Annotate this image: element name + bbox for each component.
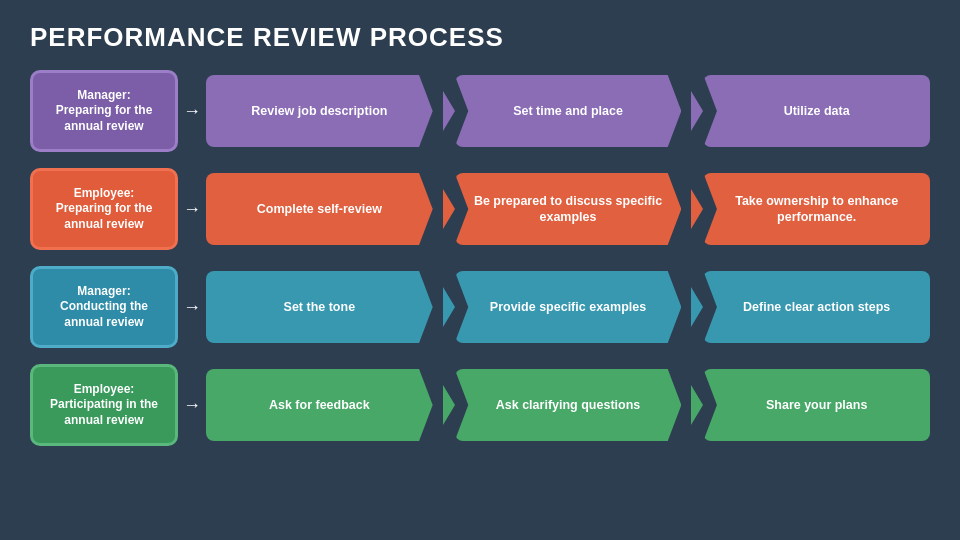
arrow-2: →	[178, 199, 206, 220]
label-box-3: Manager:Conducting the annual review	[30, 266, 178, 348]
step-2-3: Take ownership to enhance performance.	[703, 173, 930, 245]
step-4-1: Ask for feedback	[206, 369, 433, 441]
row-2: Employee:Preparing for the annual review…	[30, 165, 930, 253]
rows-container: Manager:Preparing for the annual review→…	[30, 67, 930, 522]
step-4-3: Share your plans	[703, 369, 930, 441]
label-box-1: Manager:Preparing for the annual review	[30, 70, 178, 152]
row-4: Employee:Participating in the annual rev…	[30, 361, 930, 449]
page-title: PERFORMANCE REVIEW PROCESS	[30, 22, 930, 53]
step-2-2: Be prepared to discuss specific examples	[455, 173, 682, 245]
step-4-2: Ask clarifying questions	[455, 369, 682, 441]
step-1-3: Utilize data	[703, 75, 930, 147]
step-1-1: Review job description	[206, 75, 433, 147]
label-box-2: Employee:Preparing for the annual review	[30, 168, 178, 250]
step-1-2: Set time and place	[455, 75, 682, 147]
label-box-4: Employee:Participating in the annual rev…	[30, 364, 178, 446]
step-3-2: Provide specific examples	[455, 271, 682, 343]
arrow-1: →	[178, 101, 206, 122]
step-3-3: Define clear action steps	[703, 271, 930, 343]
arrow-3: →	[178, 297, 206, 318]
page: PERFORMANCE REVIEW PROCESS Manager:Prepa…	[0, 0, 960, 540]
arrow-4: →	[178, 395, 206, 416]
step-2-1: Complete self-review	[206, 173, 433, 245]
step-3-1: Set the tone	[206, 271, 433, 343]
row-1: Manager:Preparing for the annual review→…	[30, 67, 930, 155]
row-3: Manager:Conducting the annual review→Set…	[30, 263, 930, 351]
